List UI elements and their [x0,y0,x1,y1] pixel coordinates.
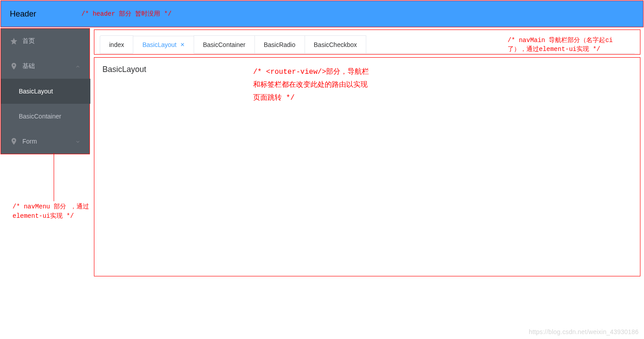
sidebar-item-basiccontainer[interactable]: BasicContainer [1,104,90,129]
close-icon[interactable]: ✕ [180,42,185,47]
router-view-annotation: /* <router-view/>部分，导航栏和标签栏都在改变此处的路由以实现页… [253,66,369,104]
tab-label: BasicLayout [142,36,176,54]
annotation-leader-line [54,153,54,201]
location-icon [10,137,18,145]
chevron-up-icon [75,64,80,69]
watermark: https://blog.csdn.net/weixin_43930186 [529,328,639,335]
router-view: BasicLayout /* <router-view/>部分，导航栏和标签栏都… [94,57,640,276]
sidebar-item-label: Form [22,138,37,145]
star-icon [10,37,18,45]
sidebar-menu: 首页 基础 BasicLayout BasicContainer [0,28,90,154]
sidebar-submenu-form[interactable]: Form [1,129,89,154]
sidebar-item-label: BasicLayout [19,88,53,95]
tabs-annotation: /* navMain 导航栏部分（名字起ci了），通过element-ui实现 … [508,36,624,54]
page-title: BasicLayout [102,65,146,74]
tabs-bar: index BasicLayout ✕ BasicContainer Basic… [94,30,640,55]
tab-basiccheckbox[interactable]: BasicCheckbox [305,35,367,53]
sidebar-item-label: 基础 [22,62,35,70]
location-icon [10,62,18,70]
sidebar-item-home[interactable]: 首页 [1,29,89,54]
sidebar-item-basiclayout[interactable]: BasicLayout [1,79,90,104]
tab-label: index [109,36,124,54]
header: Header /* header 部分 暂时没用 */ [0,0,644,27]
chevron-down-icon [75,139,80,144]
tab-basiclayout[interactable]: BasicLayout ✕ [133,36,194,54]
tab-basicradio[interactable]: BasicRadio [254,35,305,53]
sidebar-item-label: BasicContainer [19,113,61,120]
sidebar-item-label: 首页 [22,37,35,45]
header-title: Header [10,9,36,19]
tab-label: BasicRadio [264,36,296,54]
tab-basiccontainer[interactable]: BasicContainer [194,35,255,53]
main-area: index BasicLayout ✕ BasicContainer Basic… [89,28,644,280]
sidebar-submenu-basic[interactable]: 基础 [1,54,89,79]
tab-index[interactable]: index [100,35,133,53]
header-annotation: /* header 部分 暂时没用 */ [81,10,172,18]
tab-label: BasicCheckbox [314,36,357,54]
sidebar-annotation: /* navMenu 部分 ，通过element-ui实现 */ [13,202,93,221]
tab-label: BasicContainer [203,36,246,54]
